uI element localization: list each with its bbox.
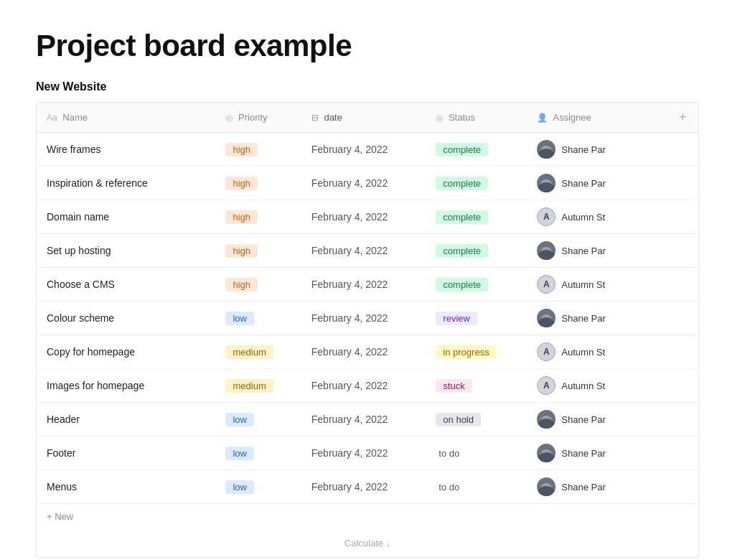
cell-assignee: AAutumn St [527,335,667,369]
avatar [537,241,556,260]
priority-badge: low [225,312,254,325]
cell-empty [668,133,698,167]
col-header-assignee: 👤 Assignee [527,103,667,133]
status-badge: complete [436,244,488,258]
avatar: A [537,207,556,226]
cell-name: Choose a CMS [37,268,215,302]
cell-priority: high [215,133,301,167]
cell-name: Copy for homepage [37,335,215,369]
cell-name: Images for homepage [37,369,215,403]
cell-name: Set up hosting [37,234,215,268]
cell-status: to do [426,470,527,504]
status-badge: complete [436,278,488,291]
priority-badge: low [225,413,254,426]
status-icon: ◎ [436,113,443,123]
cell-empty [668,302,698,335]
cell-date: February 4, 2022 [301,268,426,302]
avatar [537,140,556,159]
assignee-name: Autumn St [561,381,605,391]
status-badge: complete [436,210,488,224]
cell-assignee: Shane Par [527,470,667,504]
cell-name: Inspiration & reference [37,167,215,200]
cell-priority: medium [215,335,301,369]
avatar: A [537,275,556,294]
priority-badge: high [225,210,258,224]
cell-date: February 4, 2022 [301,167,426,200]
priority-badge: medium [225,345,273,359]
priority-badge: high [225,177,258,190]
cell-empty [668,369,698,403]
table-header-row: Aa Name ◎ Priority ⊟ date ◎ Status 👤 [37,103,698,133]
col-header-priority: ◎ Priority [215,103,301,133]
table-row[interactable]: Colour schemelowFebruary 4, 2022reviewSh… [37,302,698,335]
cell-priority: high [215,200,301,234]
table-row[interactable]: Domain namehighFebruary 4, 2022completeA… [37,200,698,234]
assignee-name: Shane Par [561,414,605,425]
cell-status: stuck [426,369,527,403]
cell-priority: low [215,302,301,335]
avatar [537,444,556,462]
cell-empty [668,437,698,470]
priority-badge: high [225,278,258,291]
col-header-name: Aa Name [37,103,215,133]
cell-name: Wire frames [37,133,215,167]
assignee-name: Shane Par [561,482,605,493]
cell-priority: medium [215,369,301,403]
cell-empty [668,234,698,268]
new-row-button[interactable]: + New [47,511,73,522]
table-row[interactable]: Copy for homepagemediumFebruary 4, 2022i… [37,335,698,369]
section-title: New Website [36,80,699,93]
table-row[interactable]: Choose a CMShighFebruary 4, 2022complete… [37,268,698,302]
cell-date: February 4, 2022 [301,369,426,403]
table-row[interactable]: MenuslowFebruary 4, 2022to doShane Par [37,470,698,504]
cell-date: February 4, 2022 [301,470,426,504]
status-badge: stuck [436,379,472,393]
avatar [537,174,556,192]
cell-priority: high [215,234,301,268]
table-row[interactable]: Images for homepagemediumFebruary 4, 202… [37,369,698,403]
priority-badge: low [225,480,254,494]
cell-date: February 4, 2022 [301,302,426,335]
table-row[interactable]: Inspiration & referencehighFebruary 4, 2… [37,167,698,200]
assignee-name: Autumn St [561,279,605,290]
priority-badge: low [225,447,254,460]
cell-date: February 4, 2022 [301,403,426,437]
status-badge: complete [436,143,488,157]
cell-status: complete [426,133,527,167]
col-add-button[interactable]: + [668,103,698,133]
cell-date: February 4, 2022 [301,234,426,268]
cell-name: Domain name [37,200,215,234]
table-row[interactable]: Wire frameshighFebruary 4, 2022completeS… [37,133,698,167]
status-badge: review [436,312,477,325]
assignee-name: Autumn St [561,347,605,358]
table-row[interactable]: HeaderlowFebruary 4, 2022on holdShane Pa… [37,403,698,437]
date-icon: ⊟ [312,113,319,123]
cell-date: February 4, 2022 [301,200,426,234]
cell-date: February 4, 2022 [301,335,426,369]
cell-assignee: Shane Par [527,133,667,167]
avatar [537,410,556,429]
cell-date: February 4, 2022 [301,133,426,167]
status-badge: in progress [436,345,496,359]
cell-status: review [426,302,527,335]
project-table: Aa Name ◎ Priority ⊟ date ◎ Status 👤 [36,102,699,558]
cell-assignee: Shane Par [527,403,667,437]
assignee-name: Shane Par [561,448,605,459]
cell-assignee: Shane Par [527,437,667,470]
assignee-name: Shane Par [561,144,605,155]
add-column-button[interactable]: + [679,110,687,125]
cell-status: in progress [426,335,527,369]
cell-empty [668,335,698,369]
assignee-icon: 👤 [537,113,548,123]
avatar: A [537,342,556,361]
table-row[interactable]: Set up hostinghighFebruary 4, 2022comple… [37,234,698,268]
cell-status: complete [426,167,527,200]
priority-badge: medium [225,379,273,393]
cell-assignee: Shane Par [527,234,667,268]
cell-assignee: AAutumn St [527,200,667,234]
table-row[interactable]: FooterlowFebruary 4, 2022to doShane Par [37,437,698,470]
new-label: + New [47,511,73,522]
calculate-button[interactable]: Calculate ↓ [345,538,390,549]
cell-priority: low [215,403,301,437]
cell-assignee: AAutumn St [527,268,667,302]
